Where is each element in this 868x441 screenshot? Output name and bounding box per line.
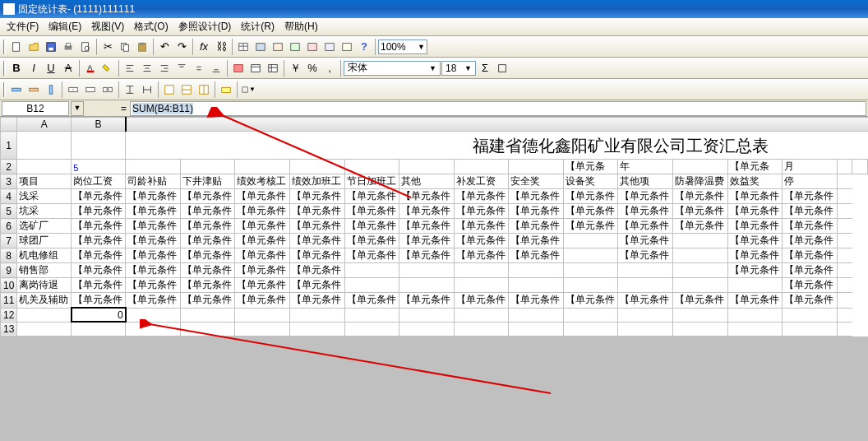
cell-reference[interactable]: B12 bbox=[2, 101, 69, 116]
cell[interactable] bbox=[837, 263, 852, 278]
cell[interactable]: 【单元条件 bbox=[72, 293, 126, 309]
cell[interactable]: 【单元条 bbox=[563, 160, 618, 174]
cell[interactable]: 【单元条件 bbox=[289, 278, 344, 293]
cell[interactable] bbox=[837, 322, 852, 336]
cell[interactable] bbox=[17, 160, 72, 174]
italic-button[interactable]: I bbox=[25, 60, 42, 77]
delete-row-icon[interactable] bbox=[25, 81, 42, 98]
cell[interactable]: 【单元条件 bbox=[235, 278, 290, 293]
cell[interactable]: 【单元条件 bbox=[618, 248, 673, 263]
cell[interactable] bbox=[618, 278, 673, 293]
formula-input[interactable]: SUM(B4:B11) bbox=[130, 101, 866, 116]
align-right-icon[interactable] bbox=[156, 60, 173, 77]
font-name-combo[interactable]: 宋体▼ bbox=[344, 61, 441, 76]
cell[interactable] bbox=[344, 263, 399, 278]
cell[interactable]: 【单元条件 bbox=[126, 189, 181, 204]
cell[interactable]: 【单元条件 bbox=[727, 248, 783, 263]
cell[interactable]: 【单元条件 bbox=[727, 219, 783, 234]
cell[interactable]: 【单元条件 bbox=[344, 293, 399, 309]
cell[interactable]: 【单元条件 bbox=[344, 234, 399, 248]
cell[interactable]: 【单元条件 bbox=[399, 293, 455, 309]
cell[interactable]: 【单元条件 bbox=[399, 189, 455, 204]
cell[interactable]: 【单元条件 bbox=[783, 278, 838, 293]
cell[interactable]: 【单元条件 bbox=[180, 204, 235, 219]
cell[interactable]: 【单元条件 bbox=[454, 204, 509, 219]
cell[interactable]: 【单元条件 bbox=[673, 219, 728, 234]
cell[interactable]: 【单元条 bbox=[727, 160, 783, 174]
row-header[interactable]: 6 bbox=[1, 219, 17, 234]
menu-file[interactable]: 文件(F) bbox=[2, 18, 44, 35]
row-header[interactable]: 9 bbox=[1, 263, 17, 278]
cell[interactable]: 【单元条件 bbox=[509, 248, 564, 263]
cell[interactable]: 【单元条件 bbox=[509, 219, 564, 234]
cell[interactable] bbox=[727, 322, 783, 336]
cell[interactable] bbox=[454, 308, 509, 322]
cell[interactable] bbox=[509, 322, 564, 336]
cell[interactable] bbox=[837, 160, 852, 174]
help-icon[interactable]: ? bbox=[356, 39, 372, 55]
cut-icon[interactable]: ✂ bbox=[99, 39, 116, 55]
freeze-icon[interactable] bbox=[265, 60, 281, 77]
table7-icon[interactable] bbox=[339, 39, 355, 55]
underline-button[interactable]: U bbox=[43, 60, 59, 77]
cell[interactable]: 【单元条件 bbox=[399, 204, 455, 219]
cellfmt-icon[interactable] bbox=[247, 60, 264, 77]
cell[interactable]: 停 bbox=[783, 174, 838, 189]
row-header[interactable]: 7 bbox=[1, 234, 17, 248]
menu-format[interactable]: 格式(O) bbox=[129, 18, 173, 35]
valign-mid-icon[interactable] bbox=[191, 60, 207, 77]
cell[interactable]: 【单元条件 bbox=[673, 293, 728, 309]
cell[interactable] bbox=[618, 263, 673, 278]
cell[interactable]: 其他项 bbox=[618, 174, 673, 189]
row-header[interactable]: 1 bbox=[1, 132, 17, 160]
cell[interactable]: 【单元条件 bbox=[509, 189, 564, 204]
cell[interactable]: 【单元条件 bbox=[727, 189, 783, 204]
cell[interactable]: 【单元条件 bbox=[126, 278, 181, 293]
cell[interactable] bbox=[837, 204, 852, 219]
cell[interactable]: 【单元条件 bbox=[289, 248, 344, 263]
cell[interactable] bbox=[180, 308, 235, 322]
cell[interactable] bbox=[837, 248, 852, 263]
cellref-dropdown[interactable]: ▼ bbox=[71, 101, 84, 116]
cell[interactable]: 【单元条件 bbox=[126, 204, 181, 219]
percent-icon[interactable]: % bbox=[304, 60, 321, 77]
merge1-icon[interactable] bbox=[65, 81, 81, 98]
cell[interactable]: 【单元条件 bbox=[72, 234, 126, 248]
row-header[interactable]: 5 bbox=[1, 204, 17, 219]
cell[interactable]: 安全奖 bbox=[509, 174, 564, 189]
cell[interactable]: 【单元条件 bbox=[180, 278, 235, 293]
align-center-icon[interactable] bbox=[139, 60, 155, 77]
table5-icon[interactable] bbox=[304, 39, 321, 55]
split-icon[interactable] bbox=[99, 81, 116, 98]
open-icon[interactable] bbox=[25, 39, 42, 55]
rowh-icon[interactable] bbox=[122, 81, 138, 98]
cell[interactable]: 【单元条件 bbox=[126, 248, 181, 263]
grid3-icon[interactable] bbox=[196, 81, 212, 98]
cell[interactable]: 【单元条件 bbox=[235, 248, 290, 263]
cell[interactable] bbox=[563, 263, 618, 278]
cell[interactable]: 浅采 bbox=[17, 189, 72, 204]
cell[interactable] bbox=[673, 278, 728, 293]
cell[interactable]: 【单元条件 bbox=[454, 189, 509, 204]
cell[interactable]: 【单元条件 bbox=[289, 263, 344, 278]
cell[interactable]: 下井津贴 bbox=[180, 174, 235, 189]
border-icon[interactable] bbox=[494, 60, 510, 77]
cell[interactable]: 坑采 bbox=[17, 204, 72, 219]
row-header[interactable]: 4 bbox=[1, 189, 17, 204]
cell[interactable]: 【单元条件 bbox=[126, 263, 181, 278]
cell[interactable] bbox=[509, 278, 564, 293]
text-color-icon[interactable]: A bbox=[82, 60, 99, 77]
cell[interactable]: 【单元条件 bbox=[235, 263, 290, 278]
cell[interactable]: 岗位工资 bbox=[72, 174, 126, 189]
cell[interactable]: 5 bbox=[72, 160, 126, 174]
cell[interactable]: 【单元条件 bbox=[180, 234, 235, 248]
cell[interactable]: 【单元条件 bbox=[126, 219, 181, 234]
cell[interactable]: 【单元条件 bbox=[618, 189, 673, 204]
cell[interactable] bbox=[852, 160, 868, 174]
cell[interactable]: 【单元条件 bbox=[72, 263, 126, 278]
font-size-combo[interactable]: 18▼ bbox=[441, 61, 476, 76]
save-icon[interactable] bbox=[43, 39, 59, 55]
cell[interactable] bbox=[783, 322, 838, 336]
table1-icon[interactable] bbox=[235, 39, 252, 55]
zoom-combo[interactable]: 100%▼ bbox=[378, 39, 427, 54]
